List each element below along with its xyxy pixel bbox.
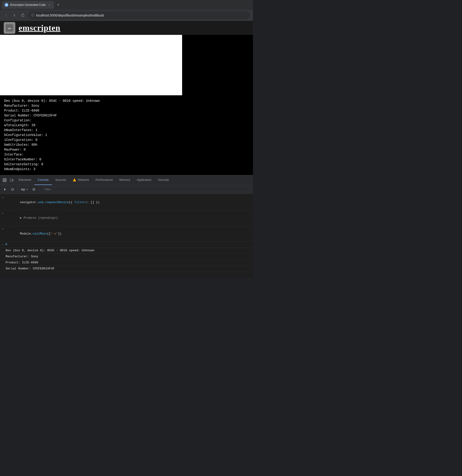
console-output-dev-line: Dev (bus 0, device 0): 054C - 0D10 speed…	[0, 248, 253, 254]
tab-title: Emscripten-Generated Code	[10, 3, 46, 7]
clear-console-button[interactable]	[9, 186, 16, 193]
run-script-button[interactable]	[2, 186, 8, 193]
console-promise-text: ▶ Promise {<pending>}	[5, 211, 58, 225]
svg-text:em: em	[8, 27, 11, 30]
console-arrow-right-2: ›	[2, 227, 3, 231]
terminal-line: MaxPower: 0	[4, 147, 249, 152]
terminal-line: Serial Number: CFEFE0615F4F	[4, 113, 249, 118]
new-tab-button[interactable]: +	[55, 2, 62, 8]
svg-rect-5	[10, 179, 12, 181]
tab-network[interactable]: Network	[70, 175, 92, 185]
page-black-area	[182, 35, 253, 95]
terminal-line: Interface:	[4, 152, 249, 157]
console-input-text: navigator.usb.requestDevice({ filters: […	[5, 195, 100, 210]
reload-button[interactable]	[19, 12, 26, 19]
toolbar-separator	[18, 187, 18, 192]
console-output-manufacturer-line: Manufacturer: Sony	[0, 254, 253, 260]
show-live-expressions-button[interactable]	[31, 186, 37, 193]
tab-console[interactable]: Console	[34, 175, 52, 185]
console-return-line: ‹ 0	[0, 242, 253, 248]
terminal-line: bInterfaceNumber: 0	[4, 157, 249, 162]
svg-rect-6	[13, 179, 13, 181]
tab-security[interactable]: Security	[155, 175, 172, 185]
terminal-line: bAlternateSetting: 0	[4, 162, 249, 167]
terminal-line: Product: ILCE-6600	[4, 108, 249, 113]
terminal-line: bmAttributes: 80h	[4, 143, 249, 147]
tab-performance[interactable]: Performance	[92, 175, 116, 185]
tab-memory[interactable]: Memory	[116, 175, 133, 185]
back-button[interactable]	[3, 12, 9, 19]
terminal-line: wTotalLength: 39	[4, 123, 249, 128]
tab-favicon	[5, 3, 8, 7]
terminal-line: Dev (bus 0, device 0): 054C - 0D10 speed…	[4, 99, 249, 103]
tab-elements[interactable]: Elements	[15, 175, 34, 185]
console-output-serial-line: Serial Number: CFEFE0615F4F	[0, 266, 253, 272]
address-bar-row: ⓘ localhost:5000/deps/libusb/examples/te…	[0, 10, 253, 21]
console-filter-input[interactable]	[42, 187, 251, 192]
terminal-line: iConfiguration: 0	[4, 138, 249, 143]
toolbar-separator-2	[39, 187, 39, 192]
svg-point-1	[6, 4, 7, 5]
console-arrow-right: ›	[2, 195, 3, 200]
secure-icon: ⓘ	[31, 13, 34, 17]
console-input-text-2: Module.callMain(['-v'])	[5, 227, 62, 241]
emscripten-title: emscripten	[19, 23, 60, 33]
terminal-line: bConfigurationValue: 1	[4, 133, 249, 138]
svg-point-12	[33, 189, 34, 190]
browser-chrome: Emscripten-Generated Code × + ⓘ localhos…	[0, 0, 253, 21]
tab-application[interactable]: Application	[133, 175, 155, 185]
browser-tab[interactable]: Emscripten-Generated Code ×	[2, 1, 54, 9]
console-input-line: › navigator.usb.requestDevice({ filters:…	[0, 195, 253, 210]
page-canvas	[0, 35, 182, 95]
devtools-tab-bar: Elements Console Sources Network Perform…	[0, 175, 253, 185]
page-area	[0, 35, 253, 95]
url-text: localhost:5000/deps/libusb/examples/test…	[36, 14, 104, 17]
svg-marker-10	[26, 189, 28, 190]
console-input-line-2: › Module.callMain(['-v'])	[0, 226, 253, 242]
devtools-panel: Elements Console Sources Network Perform…	[0, 175, 253, 278]
console-return-value: 0	[5, 242, 7, 247]
svg-marker-7	[4, 188, 6, 191]
page-header: em emscripten	[0, 21, 253, 35]
address-bar[interactable]: ⓘ localhost:5000/deps/libusb/examples/te…	[28, 11, 250, 19]
terminal-line: Configuration:	[4, 118, 249, 123]
tab-bar: Emscripten-Generated Code × +	[0, 0, 253, 10]
tab-close-button[interactable]: ×	[48, 3, 51, 7]
forward-button[interactable]	[11, 12, 18, 19]
tab-sources[interactable]: Sources	[52, 175, 70, 185]
context-selector[interactable]: top	[20, 187, 30, 192]
console-arrow-left: ‹	[2, 211, 3, 216]
inspect-element-button[interactable]	[1, 177, 8, 183]
console-output-line: ‹ ▶ Promise {<pending>}	[0, 210, 253, 226]
console-output-area: › navigator.usb.requestDevice({ filters:…	[0, 194, 253, 278]
terminal-line: Manufacturer: Sony	[4, 103, 249, 108]
console-arrow-left-2: ‹	[2, 242, 3, 247]
console-toolbar: top	[0, 185, 253, 194]
emscripten-logo: em	[4, 22, 15, 34]
terminal-line: bNumEndpoints: 3	[4, 167, 249, 172]
warning-icon	[73, 178, 76, 181]
terminal-output: Dev (bus 0, device 0): 054C - 0D10 speed…	[0, 95, 253, 175]
console-output-product-line: Product: ILCE-6600	[0, 260, 253, 266]
device-toolbar-button[interactable]	[8, 177, 15, 183]
terminal-line: bNumInterfaces: 1	[4, 128, 249, 133]
